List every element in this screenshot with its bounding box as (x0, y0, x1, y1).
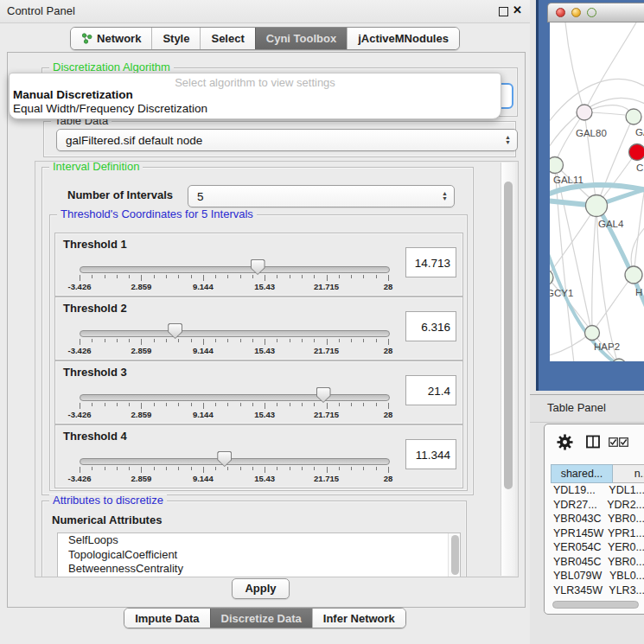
slider-track[interactable] (80, 458, 390, 465)
apply-button[interactable]: Apply (232, 578, 290, 599)
slider-track[interactable] (80, 330, 390, 337)
slider-tick-label: 9.144 (193, 474, 214, 483)
bottom-tab-impute-data[interactable]: Impute Data (124, 609, 209, 628)
slider-tick (227, 403, 228, 406)
table-data-box: Table Data galFiltered.sif default node … (43, 121, 516, 157)
slider-tick-label: -3.426 (68, 282, 92, 291)
cell-shared-name: YER054C (551, 540, 608, 555)
cell-name: YER0... (608, 540, 644, 555)
threshold-4-value-field[interactable]: 11.344 (405, 439, 456, 469)
slider-tick (227, 467, 228, 470)
attribute-list-item[interactable]: SelfLoops (58, 533, 460, 548)
close-icon[interactable]: ✕ (513, 3, 522, 16)
column-split-icon[interactable] (586, 435, 600, 449)
slider-tick (141, 339, 142, 345)
slider-track[interactable] (80, 266, 390, 273)
bottom-tab-infer-network[interactable]: Infer Network (312, 609, 405, 628)
tab-select[interactable]: Select (200, 28, 254, 49)
number-of-intervals-combobox[interactable]: 5 ▲▼ (188, 185, 455, 207)
attributes-title: Attributes to discretize (49, 494, 167, 507)
tab-network[interactable]: Network (71, 28, 151, 49)
attribute-list-item[interactable]: BetweennessCentrality (58, 562, 460, 577)
settings-scrollbar-thumb[interactable] (504, 182, 513, 489)
table-row[interactable]: YER054CYER0... (551, 540, 644, 555)
dropdown-option-equal-width-frequency[interactable]: Equal Width/Frequency Discretization (13, 102, 207, 115)
table-row[interactable]: YDR27...YDR2... (551, 498, 644, 513)
slider-tick (351, 339, 352, 342)
network-canvas[interactable]: GAL80GACGAL11GAL4GCY1HHAP2 (550, 22, 644, 361)
network-edge[interactable] (565, 22, 584, 112)
combo-stepper-icon: ▲▼ (505, 130, 511, 150)
table-row[interactable]: YDL19...YDL1... (551, 483, 644, 498)
slider-tick (105, 275, 105, 278)
column-header-shared-name[interactable]: shared... (551, 464, 613, 483)
network-node-hap2[interactable] (585, 326, 600, 341)
threshold-3-value-field[interactable]: 21.4 (405, 375, 456, 405)
network-edge[interactable] (595, 274, 634, 328)
table-row[interactable]: YLR345WYLR3... (551, 583, 644, 598)
slider-tick (327, 339, 328, 345)
table-row[interactable]: YBR045CYBR0... (551, 555, 644, 570)
table-row[interactable]: YPR145WYPR1... (551, 526, 644, 541)
network-node-gal80[interactable] (577, 105, 592, 120)
minimize-traffic-light[interactable] (571, 8, 581, 17)
combo-stepper-icon: ▲▼ (442, 186, 448, 207)
table-panel-window: shared... n... YDL19...YDL1...YDR27...YD… (544, 424, 644, 615)
slider-tick (227, 339, 228, 342)
slider-tick-label: 21.715 (314, 282, 339, 291)
cell-shared-name: YDR27... (551, 498, 607, 513)
tab-cyni-toolbox[interactable]: Cyni Toolbox (255, 28, 347, 49)
slider-tick (92, 403, 92, 406)
tab-jactivemnodules[interactable]: jActiveMNodules (347, 28, 459, 49)
bottom-tab-discretize-data[interactable]: Discretize Data (210, 609, 312, 628)
slider-tick (339, 339, 340, 342)
slider-track[interactable] (80, 394, 390, 401)
slider-tick (92, 467, 92, 470)
network-node-h[interactable] (625, 266, 642, 284)
network-edge[interactable] (592, 206, 596, 330)
column-header-name[interactable]: n... (613, 464, 644, 483)
network-edge[interactable] (631, 226, 644, 272)
numerical-attributes-list[interactable]: SelfLoopsTopologicalCoefficientBetweenne… (57, 532, 461, 577)
network-node-label: H (635, 287, 642, 297)
network-edge[interactable] (550, 206, 596, 273)
network-node-ga[interactable] (626, 109, 641, 124)
gear-icon[interactable] (557, 434, 573, 450)
slider-tick (191, 275, 192, 278)
slider-tick (290, 339, 290, 342)
attributes-scrollbar-thumb[interactable] (451, 535, 459, 575)
close-traffic-light[interactable] (556, 8, 565, 17)
network-node-gal4[interactable] (586, 195, 608, 217)
network-edge[interactable] (555, 112, 584, 164)
settings-scrollbar-track[interactable] (501, 163, 515, 576)
slider-tick-label: 2.859 (131, 474, 152, 483)
table-horizontal-scrollbar[interactable] (552, 601, 639, 609)
threshold-2-value-field[interactable]: 6.316 (405, 311, 456, 341)
table-data-combobox[interactable]: galFiltered.sif default node ▲▼ (56, 129, 518, 151)
network-edge[interactable] (584, 112, 596, 205)
top-tab-bar: NetworkStyleSelectCyni ToolboxjActiveMNo… (0, 27, 530, 50)
cell-name: YDR2... (607, 498, 644, 513)
network-edge[interactable] (596, 206, 617, 361)
table-row[interactable]: YBR043CYBR0... (551, 512, 644, 526)
dropdown-option-manual-discretization[interactable]: Manual Discretization (13, 88, 133, 101)
threshold-1-value-field[interactable]: 14.713 (405, 247, 456, 277)
tab-label: Network (97, 32, 141, 45)
threshold-1-group: Threshold 1-3.4262.8599.14415.4321.71528… (54, 233, 463, 296)
slider-tick-label: 28 (384, 474, 393, 483)
threshold-label: Threshold 3 (63, 366, 127, 379)
checkbox-checked-icon[interactable] (619, 437, 628, 447)
table-row[interactable]: YBL079WYBL0... (551, 569, 644, 583)
table-row[interactable]: YIL052CYIL0... (551, 597, 644, 600)
attributes-scrollbar-track[interactable] (448, 533, 460, 577)
checkbox-checked-icon[interactable] (609, 437, 618, 447)
algorithm-dropdown-popup: Select algorithm to view settings Manual… (9, 73, 501, 119)
zoom-traffic-light[interactable] (587, 8, 596, 17)
float-window-icon[interactable] (499, 7, 508, 16)
threshold-2-group: Threshold 2-3.4262.8599.14415.4321.71528… (54, 296, 463, 360)
tab-style[interactable]: Style (151, 28, 200, 49)
slider-tick-label: 28 (384, 410, 393, 419)
network-node-c[interactable] (629, 144, 644, 161)
attribute-list-item[interactable]: TopologicalCoefficient (58, 548, 460, 563)
network-node-gal11[interactable] (550, 157, 564, 174)
